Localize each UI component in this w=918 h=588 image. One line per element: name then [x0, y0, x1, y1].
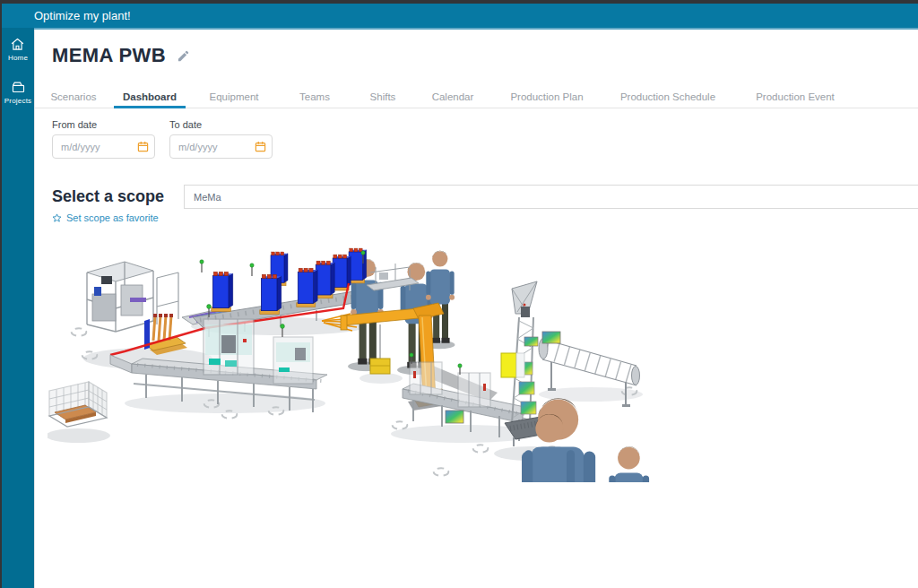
edit-title-icon[interactable]	[177, 49, 190, 63]
tab-shifts[interactable]: Shifts	[352, 85, 413, 108]
tab-production-schedule[interactable]: Production Schedule	[602, 85, 734, 108]
main-content: MEMA PWB Scenarios Dashboard Equipment T…	[34, 30, 918, 588]
scope-row: Select a scope	[52, 185, 918, 209]
tab-bar: Scenarios Dashboard Equipment Teams Shif…	[35, 85, 918, 108]
factory-scene-image	[48, 231, 657, 482]
from-date-label: From date	[52, 119, 155, 130]
from-date-input[interactable]	[52, 134, 155, 159]
tab-teams[interactable]: Teams	[277, 85, 352, 108]
sidebar: Home Projects	[2, 28, 34, 588]
to-date-input[interactable]	[169, 134, 273, 159]
to-date-label: To date	[169, 119, 273, 130]
page-title-row: MEMA PWB	[52, 44, 190, 67]
sidebar-item-label: Projects	[4, 97, 32, 105]
app-window: Optimize my plant! Home Projects MEMA PW…	[0, 0, 918, 588]
sidebar-item-label: Home	[8, 54, 28, 62]
date-filters: From date To date	[52, 119, 273, 159]
page-title: MEMA PWB	[52, 44, 166, 67]
set-favorite-label: Set scope as favorite	[66, 212, 159, 223]
tab-scenarios[interactable]: Scenarios	[39, 85, 108, 108]
home-icon	[10, 37, 25, 52]
from-date-field: From date	[52, 119, 155, 159]
calendar-icon[interactable]	[137, 141, 149, 152]
tab-production-plan[interactable]: Production Plan	[492, 85, 602, 108]
sidebar-item-projects[interactable]: Projects	[4, 80, 32, 105]
calendar-icon[interactable]	[255, 141, 266, 152]
set-favorite-link[interactable]: Set scope as favorite	[52, 212, 159, 223]
tab-dashboard[interactable]: Dashboard	[108, 85, 191, 108]
sidebar-item-home[interactable]: Home	[8, 37, 28, 62]
app-header: Optimize my plant!	[2, 4, 918, 28]
tab-equipment[interactable]: Equipment	[191, 85, 277, 108]
app-title: Optimize my plant!	[34, 9, 131, 22]
tab-calendar[interactable]: Calendar	[413, 85, 492, 108]
projects-icon	[11, 80, 26, 95]
to-date-field: To date	[169, 119, 273, 159]
scope-input[interactable]	[184, 185, 918, 209]
star-icon	[52, 213, 62, 223]
tab-production-event[interactable]: Production Event	[734, 85, 856, 108]
